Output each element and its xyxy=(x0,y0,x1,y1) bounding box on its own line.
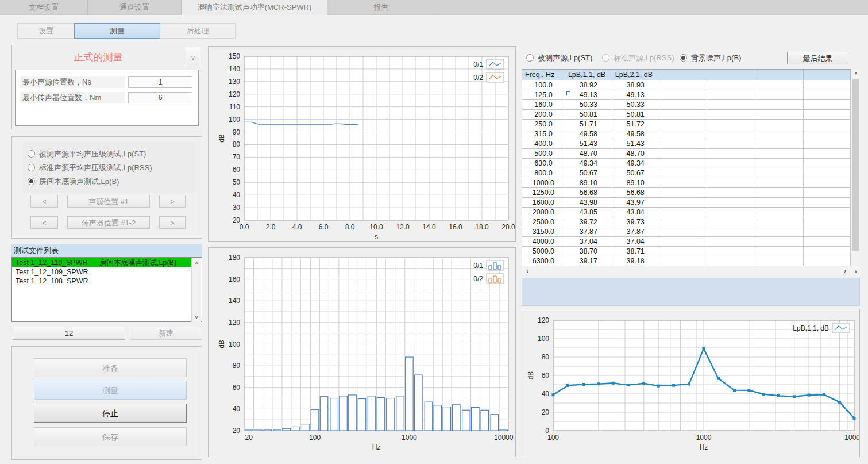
table-cell[interactable] xyxy=(755,100,804,110)
table-cell[interactable]: 89.10 xyxy=(612,178,659,188)
table-cell[interactable]: 160.0 xyxy=(522,100,565,110)
view-radio-3[interactable]: 背景噪声,Lp(B) xyxy=(680,52,741,63)
table-cell[interactable] xyxy=(804,149,851,159)
table-cell[interactable]: 50.33 xyxy=(612,100,659,110)
table-cell[interactable] xyxy=(707,90,755,100)
table-cell[interactable] xyxy=(659,256,708,266)
table-cell[interactable]: 49.13 xyxy=(612,90,659,100)
table-cell[interactable]: 43.85 xyxy=(565,208,612,217)
table-cell[interactable] xyxy=(755,80,804,90)
table-cell[interactable] xyxy=(755,237,804,247)
sub-tab-3[interactable]: 后处理 xyxy=(160,23,236,39)
table-cell[interactable] xyxy=(659,80,708,90)
table-cell[interactable] xyxy=(659,159,708,168)
source-position-next-button[interactable]: > xyxy=(159,195,186,208)
sub-tab-1[interactable]: 设置 xyxy=(17,23,75,39)
main-tab-4[interactable]: 报告 xyxy=(327,0,435,15)
table-cell[interactable]: 200.0 xyxy=(522,110,565,120)
table-cell[interactable] xyxy=(707,217,755,227)
view-radio-1[interactable]: 被测声源,Lp(ST) xyxy=(526,52,592,63)
table-cell[interactable] xyxy=(707,159,755,168)
min-source-positions-value[interactable]: 1 xyxy=(128,76,192,88)
table-cell[interactable] xyxy=(755,129,804,139)
table-cell[interactable] xyxy=(804,129,851,139)
table-cell[interactable] xyxy=(755,159,804,168)
table-cell[interactable] xyxy=(755,149,804,159)
table-cell[interactable]: 5000.0 xyxy=(522,247,565,256)
table-cell[interactable]: 125.0 xyxy=(522,90,565,100)
test-type-radio-2[interactable]: 标准声源平均声压级测试,Lp(RSS) xyxy=(28,162,152,172)
table-vertical-scrollbar[interactable]: ∧ ∨ xyxy=(851,69,860,275)
table-cell[interactable] xyxy=(804,120,851,129)
table-cell[interactable] xyxy=(804,159,851,168)
view-radio-2[interactable]: 标准声源,Lp(RSS) xyxy=(602,52,674,63)
table-cell[interactable] xyxy=(804,80,851,90)
table-cell[interactable] xyxy=(659,129,708,139)
table-cell[interactable] xyxy=(707,149,755,159)
table-cell[interactable] xyxy=(755,217,804,227)
table-cell[interactable] xyxy=(659,217,708,227)
table-cell[interactable] xyxy=(804,188,851,198)
table-cell[interactable]: 39.72 xyxy=(565,217,612,227)
table-cell[interactable]: 1250.0 xyxy=(522,188,565,198)
table-cell[interactable] xyxy=(755,110,804,120)
table-cell[interactable] xyxy=(659,120,708,129)
table-cell[interactable] xyxy=(755,198,804,208)
main-tab-3[interactable]: 混响室法测试声功率(MCR-SPWR) xyxy=(182,0,327,15)
table-cell[interactable]: 315.0 xyxy=(522,129,565,139)
scroll-down-icon[interactable]: ∨ xyxy=(851,266,861,275)
table-cell[interactable]: 38.93 xyxy=(612,80,659,90)
table-cell[interactable] xyxy=(659,247,708,256)
table-cell[interactable]: 1600.0 xyxy=(522,198,565,208)
table-cell[interactable]: 1000.0 xyxy=(522,178,565,188)
min-mic-positions-value[interactable]: 6 xyxy=(128,92,192,103)
table-horizontal-scrollbar[interactable]: ‹ › xyxy=(522,266,851,275)
table-cell[interactable] xyxy=(755,256,804,266)
table-cell[interactable] xyxy=(755,227,804,237)
table-cell[interactable] xyxy=(707,129,755,139)
main-tab-2[interactable]: 通道设置 xyxy=(88,0,182,15)
table-cell[interactable] xyxy=(804,247,851,256)
table-cell[interactable] xyxy=(707,139,755,149)
mic-position-prev-button[interactable]: < xyxy=(30,216,58,229)
table-cell[interactable]: 37.87 xyxy=(612,227,659,237)
table-cell[interactable] xyxy=(659,227,708,237)
table-cell[interactable]: 3150.0 xyxy=(522,227,565,237)
table-cell[interactable]: 48.70 xyxy=(565,149,612,159)
table-cell[interactable]: 38.92 xyxy=(565,80,612,90)
table-cell[interactable] xyxy=(707,237,755,247)
table-cell[interactable] xyxy=(707,198,755,208)
test-type-radio-3[interactable]: 房间本底噪声测试,Lp(B) xyxy=(28,176,119,186)
table-cell[interactable]: 2500.0 xyxy=(522,217,565,227)
table-cell[interactable] xyxy=(707,168,755,178)
table-cell[interactable] xyxy=(659,188,708,198)
table-cell[interactable]: 250.0 xyxy=(522,120,565,129)
table-cell[interactable] xyxy=(804,90,851,100)
table-cell[interactable]: 38.70 xyxy=(565,247,612,256)
table-cell[interactable]: 37.04 xyxy=(565,237,612,247)
table-cell[interactable] xyxy=(804,139,851,149)
table-cell[interactable]: 50.67 xyxy=(565,168,612,178)
table-cell[interactable] xyxy=(804,256,851,266)
table-cell[interactable]: 89.10 xyxy=(565,178,612,188)
table-cell[interactable]: 6300.0 xyxy=(522,256,565,266)
sub-tab-2[interactable]: 测量 xyxy=(74,23,160,39)
mic-position-next-button[interactable]: > xyxy=(159,216,186,229)
table-cell[interactable]: 2000.0 xyxy=(522,208,565,217)
new-file-button[interactable]: 新建 xyxy=(130,327,202,340)
file-counter-button[interactable]: 12 xyxy=(13,327,125,340)
table-cell[interactable] xyxy=(804,178,851,188)
table-cell[interactable]: 630.0 xyxy=(522,159,565,168)
scroll-right-icon[interactable]: › xyxy=(840,266,850,276)
table-cell[interactable]: 43.98 xyxy=(565,198,612,208)
table-cell[interactable]: 39.73 xyxy=(612,217,659,227)
table-cell[interactable] xyxy=(707,256,755,266)
scrollbar-thumb[interactable] xyxy=(852,79,859,251)
table-cell[interactable]: 43.84 xyxy=(612,208,659,217)
stop-button[interactable]: 停止 xyxy=(34,404,187,423)
prepare-button[interactable]: 准备 xyxy=(34,358,187,377)
table-cell[interactable]: 48.70 xyxy=(612,149,659,159)
table-cell[interactable] xyxy=(659,198,708,208)
scroll-up-icon[interactable]: ∧ xyxy=(851,69,861,78)
table-cell[interactable] xyxy=(755,168,804,178)
